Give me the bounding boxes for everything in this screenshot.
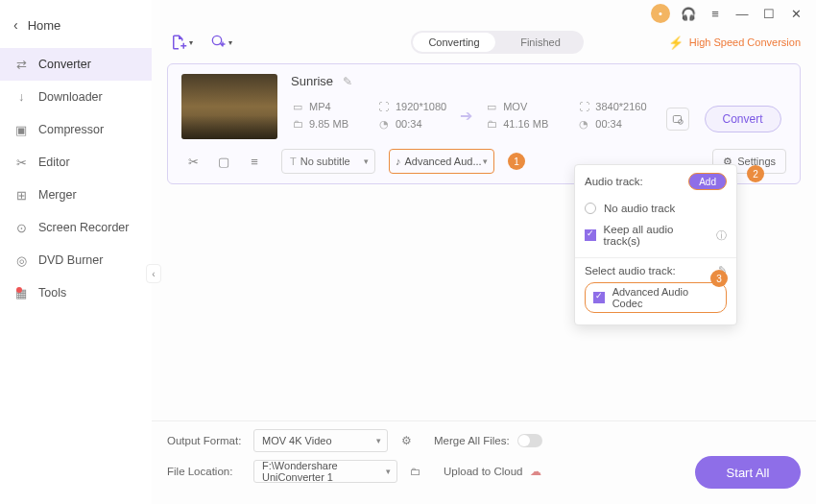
sidebar-item-dvd-burner[interactable]: ◎ DVD Burner bbox=[0, 244, 152, 276]
open-folder-button[interactable]: 🗀 bbox=[405, 461, 426, 482]
audio-codec-option[interactable]: Advanced Audio Codec bbox=[585, 282, 727, 313]
sidebar-item-editor[interactable]: ✂ Editor bbox=[0, 146, 152, 179]
resolution-icon: ⛶ bbox=[577, 100, 590, 113]
merge-files-toggle[interactable] bbox=[517, 434, 542, 447]
step-badge-3: 3 bbox=[710, 270, 728, 287]
output-settings-icon[interactable]: ⚙ bbox=[396, 430, 417, 451]
sidebar: ‹ Home ⇄ Converter ↓ Downloader ▣ Compre… bbox=[0, 0, 152, 504]
clock-icon: ◔ bbox=[377, 117, 391, 131]
compress-icon: ▣ bbox=[13, 122, 29, 137]
high-speed-conversion[interactable]: ⚡ High Speed Conversion bbox=[668, 36, 801, 50]
grid-icon: ▦ bbox=[13, 285, 29, 300]
crop-button[interactable]: ▢ bbox=[212, 150, 235, 173]
keep-all-option[interactable]: Keep all audio track(s) ⓘ bbox=[585, 219, 727, 252]
step-badge-2: 2 bbox=[747, 165, 764, 182]
download-icon: ↓ bbox=[13, 89, 29, 105]
add-file-button[interactable] bbox=[167, 31, 196, 54]
disc-icon: ◎ bbox=[13, 252, 29, 268]
info-icon[interactable]: ⓘ bbox=[716, 228, 727, 243]
back-icon: ‹ bbox=[13, 17, 18, 33]
sidebar-item-label: Compressor bbox=[38, 123, 104, 136]
file-location-dropdown[interactable]: F:\Wondershare UniConverter 1 bbox=[253, 460, 397, 483]
clock-icon: ◔ bbox=[577, 117, 590, 131]
trim-button[interactable]: ✂ bbox=[181, 150, 204, 173]
sidebar-item-label: Tools bbox=[38, 286, 66, 300]
start-all-button[interactable]: Start All bbox=[695, 456, 801, 489]
arrow-icon: ➔ bbox=[446, 107, 485, 125]
file-location-label: File Location: bbox=[167, 466, 253, 477]
avatar[interactable]: • bbox=[651, 4, 670, 23]
sidebar-item-converter[interactable]: ⇄ Converter bbox=[0, 48, 152, 81]
sidebar-item-label: Screen Recorder bbox=[38, 221, 130, 234]
list-button[interactable]: ≡ bbox=[243, 150, 266, 173]
no-audio-option[interactable]: No audio track bbox=[585, 198, 727, 219]
folder-icon: 🗀 bbox=[291, 117, 304, 131]
hsc-label: High Speed Conversion bbox=[689, 36, 801, 48]
home-button[interactable]: ‹ Home bbox=[0, 10, 152, 40]
audio-icon: ♪ bbox=[396, 156, 401, 167]
home-label: Home bbox=[28, 18, 61, 33]
sidebar-item-label: Editor bbox=[38, 156, 70, 169]
sidebar-item-tools[interactable]: ▦ Tools bbox=[0, 276, 152, 309]
toolbar: Converting Finished ⚡ High Speed Convers… bbox=[152, 27, 816, 63]
output-format-label: Output Format: bbox=[167, 435, 253, 446]
video-thumbnail[interactable] bbox=[181, 74, 277, 139]
merge-icon: ⊞ bbox=[13, 187, 29, 203]
cloud-icon[interactable]: ☁ bbox=[530, 465, 541, 478]
step-badge-1: 1 bbox=[508, 153, 525, 170]
svg-rect-1 bbox=[673, 116, 681, 123]
sidebar-item-label: Downloader bbox=[38, 90, 103, 104]
output-format-dropdown[interactable]: MOV 4K Video bbox=[253, 429, 388, 452]
footer: Output Format: MOV 4K Video ⚙ Merge All … bbox=[152, 420, 816, 504]
subtitle-icon: T bbox=[290, 156, 297, 167]
popup-title: Audio track: bbox=[585, 176, 643, 187]
main-panel: • 🎧 ≡ — ☐ ✕ Converting Finished ⚡ High S… bbox=[152, 0, 816, 504]
sidebar-item-compressor[interactable]: ▣ Compressor bbox=[0, 113, 152, 146]
close-button[interactable]: ✕ bbox=[787, 5, 804, 22]
tab-finished[interactable]: Finished bbox=[497, 36, 584, 48]
upload-cloud-label: Upload to Cloud bbox=[444, 466, 522, 477]
subtitle-dropdown[interactable]: T No subtitle bbox=[281, 149, 375, 174]
sidebar-item-label: DVD Burner bbox=[38, 253, 103, 267]
bolt-icon: ⚡ bbox=[668, 36, 684, 50]
target-meta: ▭MOV 🗀41.16 MB bbox=[485, 98, 548, 132]
sidebar-item-downloader[interactable]: ↓ Downloader bbox=[0, 81, 152, 113]
sidebar-item-label: Merger bbox=[38, 188, 77, 202]
edit-title-button[interactable]: ✎ bbox=[343, 75, 352, 88]
target-meta-2: ⛶3840*2160 ◔00:34 bbox=[577, 98, 646, 132]
resolution-icon: ⛶ bbox=[377, 100, 391, 113]
record-icon: ⊙ bbox=[13, 220, 29, 235]
source-meta-2: ⛶1920*1080 ◔00:34 bbox=[377, 98, 446, 132]
output-settings-button[interactable] bbox=[666, 108, 689, 131]
checkbox-checked-icon bbox=[585, 229, 596, 241]
convert-button[interactable]: Convert bbox=[705, 106, 781, 132]
video-icon: ▭ bbox=[485, 100, 498, 113]
checkbox-checked-icon bbox=[593, 292, 605, 303]
sidebar-item-screen-recorder[interactable]: ⊙ Screen Recorder bbox=[0, 211, 152, 244]
scissors-icon: ✂ bbox=[13, 155, 29, 170]
add-audio-button[interactable]: Add bbox=[688, 173, 727, 190]
menu-icon[interactable]: ≡ bbox=[707, 5, 724, 22]
converter-icon: ⇄ bbox=[13, 57, 29, 72]
maximize-button[interactable]: ☐ bbox=[760, 5, 778, 22]
radio-icon bbox=[585, 203, 596, 214]
add-url-button[interactable] bbox=[207, 31, 236, 54]
merge-label: Merge All Files: bbox=[434, 435, 510, 446]
sidebar-item-label: Converter bbox=[38, 58, 91, 71]
content: Sunrise ✎ ▭MP4 🗀9.85 MB ⛶1920*1080 bbox=[152, 63, 816, 420]
folder-icon: 🗀 bbox=[485, 117, 498, 131]
file-title: Sunrise bbox=[291, 74, 333, 88]
support-icon[interactable]: 🎧 bbox=[680, 5, 697, 22]
minimize-button[interactable]: — bbox=[733, 5, 751, 22]
source-meta: ▭MP4 🗀9.85 MB bbox=[291, 98, 348, 132]
titlebar: • 🎧 ≡ — ☐ ✕ bbox=[152, 0, 816, 27]
conversion-tabs: Converting Finished bbox=[411, 31, 584, 54]
video-icon: ▭ bbox=[291, 100, 304, 113]
audio-track-popup: Audio track: Add No audio track Keep all… bbox=[574, 164, 737, 325]
audio-track-dropdown[interactable]: ♪ Advanced Aud... bbox=[389, 149, 494, 174]
select-track-label: Select audio track: bbox=[585, 265, 676, 276]
sidebar-item-merger[interactable]: ⊞ Merger bbox=[0, 179, 152, 211]
tab-converting[interactable]: Converting bbox=[411, 36, 497, 48]
